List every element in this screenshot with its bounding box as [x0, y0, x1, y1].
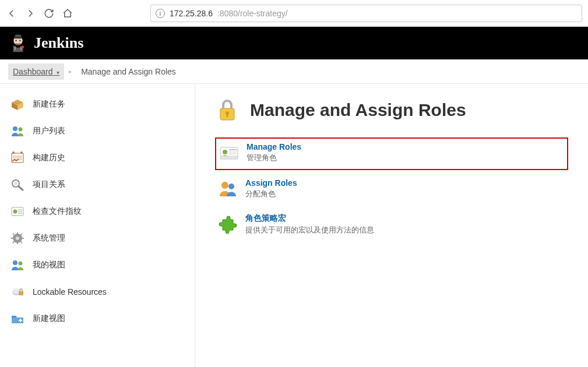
option-manage-roles[interactable]: Manage Roles 管理角色: [215, 137, 568, 170]
svg-rect-26: [11, 238, 13, 239]
sidebar-item-label: 项目关系: [33, 179, 65, 190]
sidebar-item-project-relationship[interactable]: 项目关系: [0, 171, 195, 198]
sidebar-item-fingerprint[interactable]: 检查文件指纹: [0, 198, 195, 225]
search-icon: [10, 178, 24, 191]
option-title: 角色策略宏: [245, 213, 374, 224]
svg-rect-29: [20, 241, 23, 244]
svg-point-44: [223, 150, 227, 154]
svg-point-18: [13, 210, 17, 214]
sidebar-item-label: 我的视图: [33, 260, 65, 270]
sidebar-item-new-job[interactable]: 新建任务: [0, 91, 195, 118]
sidebar-item-label: 构建历史: [33, 153, 65, 163]
fingerprint-icon: [10, 205, 24, 218]
svg-point-10: [20, 151, 23, 154]
home-button[interactable]: [62, 8, 73, 19]
page-title-row: Manage and Assign Roles: [215, 98, 568, 122]
folder-plus-icon: [10, 312, 24, 325]
breadcrumb-label: Dashboard: [13, 67, 53, 76]
main-content: Manage and Assign Roles Manage Roles 管理角…: [195, 84, 588, 367]
lock-icon: [215, 98, 240, 122]
sidebar-item-manage-jenkins[interactable]: 系统管理: [0, 225, 195, 252]
option-desc: 管理角色: [247, 153, 301, 163]
svg-point-49: [221, 182, 228, 189]
svg-rect-30: [20, 233, 23, 235]
option-assign-roles[interactable]: Assign Roles 分配角色: [215, 175, 568, 205]
puzzle-icon: [217, 213, 238, 234]
people-icon: [217, 178, 238, 199]
svg-rect-2: [15, 35, 21, 37]
back-button[interactable]: [6, 8, 17, 19]
svg-point-50: [228, 184, 234, 189]
url-host: 172.25.28.6: [170, 9, 213, 18]
page-title: Manage and Assign Roles: [250, 100, 466, 120]
sidebar-item-new-view[interactable]: 新建视图: [0, 305, 195, 332]
reload-button[interactable]: [43, 8, 55, 19]
svg-rect-48: [221, 156, 237, 158]
svg-rect-28: [12, 233, 15, 235]
sidebar-item-label: 系统管理: [33, 233, 65, 244]
svg-point-3: [15, 40, 17, 41]
breadcrumb-separator-icon: ▸: [69, 68, 72, 75]
svg-point-16: [14, 182, 17, 185]
app-header: Jenkins: [0, 27, 588, 59]
sidebar-item-label: 检查文件指纹: [33, 206, 82, 217]
sidebar-item-label: Lockable Resources: [33, 287, 107, 297]
chevron-down-icon: ▾: [55, 69, 59, 76]
url-input[interactable]: i 172.25.28.6:8080/role-strategy/: [150, 5, 582, 22]
jenkins-logo[interactable]: Jenkins: [8, 33, 83, 53]
sidebar-item-label: 用户列表: [33, 126, 65, 136]
id-card-icon: [219, 142, 240, 163]
history-icon: [10, 151, 24, 164]
option-title: Assign Roles: [245, 178, 297, 188]
svg-rect-24: [17, 232, 18, 235]
svg-line-15: [19, 186, 23, 190]
forward-button[interactable]: [24, 8, 36, 19]
url-rest: :8080/role-strategy/: [217, 9, 288, 18]
breadcrumb: Dashboard ▾ ▸ Manage and Assign Roles: [0, 59, 588, 84]
breadcrumb-item-manage-roles[interactable]: Manage and Assign Roles: [76, 63, 181, 80]
svg-point-32: [13, 260, 17, 265]
svg-point-23: [16, 237, 19, 240]
sidebar-item-label: 新建视图: [33, 313, 65, 324]
jenkins-mascot-icon: [8, 33, 28, 53]
users-icon: [10, 125, 24, 137]
svg-rect-31: [12, 241, 15, 244]
svg-rect-27: [22, 238, 24, 239]
sidebar-item-people[interactable]: 用户列表: [0, 118, 195, 144]
option-title: Manage Roles: [247, 142, 301, 151]
option-strategy-macro[interactable]: 角色策略宏 提供关于可用的宏以及使用方法的信息: [215, 210, 568, 241]
sidebar-item-build-history[interactable]: 构建历史: [0, 144, 195, 171]
browser-toolbar: i 172.25.28.6:8080/role-strategy/: [0, 0, 588, 27]
svg-point-33: [19, 262, 23, 266]
option-desc: 提供关于可用的宏以及使用方法的信息: [245, 225, 374, 235]
gear-icon: [10, 232, 24, 245]
svg-rect-36: [19, 291, 23, 295]
sidebar: 新建任务 用户列表 构建历史 项目关系: [0, 84, 195, 367]
app-name: Jenkins: [34, 34, 83, 52]
svg-point-5: [21, 45, 24, 48]
page-info-icon[interactable]: i: [156, 9, 165, 18]
sidebar-item-label: 新建任务: [33, 99, 65, 110]
svg-point-7: [19, 128, 23, 132]
breadcrumb-label: Manage and Assign Roles: [81, 67, 176, 76]
users-icon: [10, 259, 24, 271]
svg-rect-25: [17, 242, 18, 244]
svg-point-9: [12, 151, 15, 154]
svg-point-6: [13, 126, 17, 131]
svg-rect-42: [227, 114, 228, 117]
svg-point-4: [19, 40, 21, 41]
sidebar-item-lockable-resources[interactable]: Lockable Resources: [0, 278, 195, 305]
lock-resource-icon: [10, 285, 24, 298]
breadcrumb-item-dashboard[interactable]: Dashboard ▾: [8, 63, 64, 80]
package-icon: [10, 98, 24, 111]
sidebar-item-my-views[interactable]: 我的视图: [0, 252, 195, 278]
option-desc: 分配角色: [245, 189, 297, 199]
